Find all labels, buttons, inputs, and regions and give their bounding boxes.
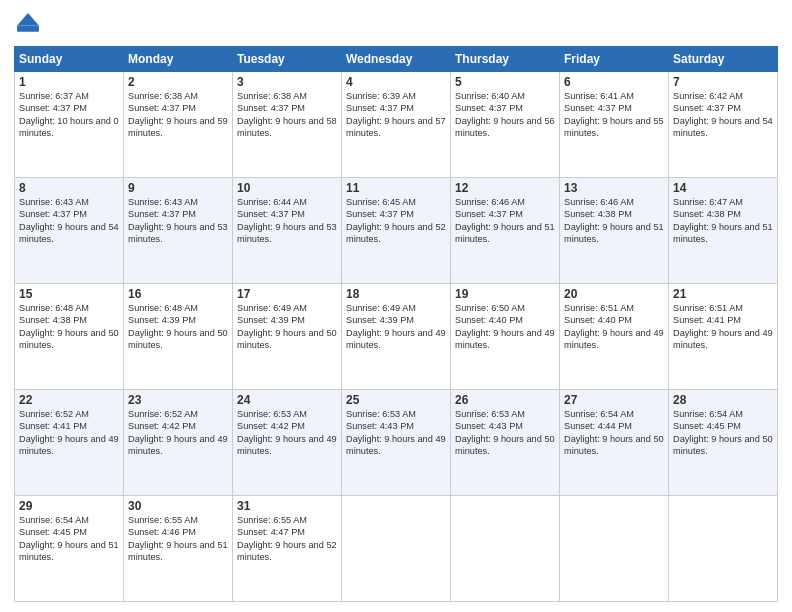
- empty-cell: [560, 496, 669, 602]
- day-info: Sunrise: 6:46 AMSunset: 4:37 PMDaylight:…: [455, 197, 555, 244]
- day-number: 25: [346, 393, 446, 407]
- week-row-1: 1 Sunrise: 6:37 AMSunset: 4:37 PMDayligh…: [15, 72, 778, 178]
- day-info: Sunrise: 6:43 AMSunset: 4:37 PMDaylight:…: [128, 197, 228, 244]
- day-number: 4: [346, 75, 446, 89]
- day-number: 12: [455, 181, 555, 195]
- day-number: 27: [564, 393, 664, 407]
- day-info: Sunrise: 6:42 AMSunset: 4:37 PMDaylight:…: [673, 91, 773, 138]
- day-cell-22: 22 Sunrise: 6:52 AMSunset: 4:41 PMDaylig…: [15, 390, 124, 496]
- week-row-5: 29 Sunrise: 6:54 AMSunset: 4:45 PMDaylig…: [15, 496, 778, 602]
- day-number: 29: [19, 499, 119, 513]
- logo-icon: [14, 10, 42, 38]
- day-number: 16: [128, 287, 228, 301]
- logo: [14, 10, 46, 38]
- day-number: 23: [128, 393, 228, 407]
- day-cell-13: 13 Sunrise: 6:46 AMSunset: 4:38 PMDaylig…: [560, 178, 669, 284]
- weekday-header-friday: Friday: [560, 47, 669, 72]
- day-cell-9: 9 Sunrise: 6:43 AMSunset: 4:37 PMDayligh…: [124, 178, 233, 284]
- day-info: Sunrise: 6:52 AMSunset: 4:41 PMDaylight:…: [19, 409, 119, 456]
- day-number: 18: [346, 287, 446, 301]
- day-cell-12: 12 Sunrise: 6:46 AMSunset: 4:37 PMDaylig…: [451, 178, 560, 284]
- day-info: Sunrise: 6:51 AMSunset: 4:41 PMDaylight:…: [673, 303, 773, 350]
- day-info: Sunrise: 6:38 AMSunset: 4:37 PMDaylight:…: [128, 91, 228, 138]
- day-number: 15: [19, 287, 119, 301]
- day-number: 7: [673, 75, 773, 89]
- day-info: Sunrise: 6:38 AMSunset: 4:37 PMDaylight:…: [237, 91, 337, 138]
- svg-marker-0: [17, 13, 39, 25]
- week-row-4: 22 Sunrise: 6:52 AMSunset: 4:41 PMDaylig…: [15, 390, 778, 496]
- day-info: Sunrise: 6:54 AMSunset: 4:45 PMDaylight:…: [673, 409, 773, 456]
- day-info: Sunrise: 6:40 AMSunset: 4:37 PMDaylight:…: [455, 91, 555, 138]
- empty-cell: [451, 496, 560, 602]
- day-info: Sunrise: 6:51 AMSunset: 4:40 PMDaylight:…: [564, 303, 664, 350]
- weekday-header-wednesday: Wednesday: [342, 47, 451, 72]
- day-number: 24: [237, 393, 337, 407]
- day-number: 26: [455, 393, 555, 407]
- day-info: Sunrise: 6:54 AMSunset: 4:44 PMDaylight:…: [564, 409, 664, 456]
- day-number: 30: [128, 499, 228, 513]
- day-cell-14: 14 Sunrise: 6:47 AMSunset: 4:38 PMDaylig…: [669, 178, 778, 284]
- day-cell-15: 15 Sunrise: 6:48 AMSunset: 4:38 PMDaylig…: [15, 284, 124, 390]
- day-number: 13: [564, 181, 664, 195]
- day-cell-31: 31 Sunrise: 6:55 AMSunset: 4:47 PMDaylig…: [233, 496, 342, 602]
- week-row-3: 15 Sunrise: 6:48 AMSunset: 4:38 PMDaylig…: [15, 284, 778, 390]
- day-number: 14: [673, 181, 773, 195]
- day-cell-29: 29 Sunrise: 6:54 AMSunset: 4:45 PMDaylig…: [15, 496, 124, 602]
- day-info: Sunrise: 6:39 AMSunset: 4:37 PMDaylight:…: [346, 91, 446, 138]
- day-info: Sunrise: 6:46 AMSunset: 4:38 PMDaylight:…: [564, 197, 664, 244]
- day-number: 1: [19, 75, 119, 89]
- day-cell-27: 27 Sunrise: 6:54 AMSunset: 4:44 PMDaylig…: [560, 390, 669, 496]
- day-cell-10: 10 Sunrise: 6:44 AMSunset: 4:37 PMDaylig…: [233, 178, 342, 284]
- weekday-header-saturday: Saturday: [669, 47, 778, 72]
- day-info: Sunrise: 6:53 AMSunset: 4:42 PMDaylight:…: [237, 409, 337, 456]
- day-cell-16: 16 Sunrise: 6:48 AMSunset: 4:39 PMDaylig…: [124, 284, 233, 390]
- day-cell-4: 4 Sunrise: 6:39 AMSunset: 4:37 PMDayligh…: [342, 72, 451, 178]
- day-info: Sunrise: 6:55 AMSunset: 4:47 PMDaylight:…: [237, 515, 337, 562]
- day-cell-24: 24 Sunrise: 6:53 AMSunset: 4:42 PMDaylig…: [233, 390, 342, 496]
- svg-rect-1: [17, 26, 39, 32]
- day-info: Sunrise: 6:53 AMSunset: 4:43 PMDaylight:…: [455, 409, 555, 456]
- day-cell-21: 21 Sunrise: 6:51 AMSunset: 4:41 PMDaylig…: [669, 284, 778, 390]
- day-cell-23: 23 Sunrise: 6:52 AMSunset: 4:42 PMDaylig…: [124, 390, 233, 496]
- day-number: 31: [237, 499, 337, 513]
- week-row-2: 8 Sunrise: 6:43 AMSunset: 4:37 PMDayligh…: [15, 178, 778, 284]
- day-cell-2: 2 Sunrise: 6:38 AMSunset: 4:37 PMDayligh…: [124, 72, 233, 178]
- day-cell-26: 26 Sunrise: 6:53 AMSunset: 4:43 PMDaylig…: [451, 390, 560, 496]
- day-number: 5: [455, 75, 555, 89]
- day-cell-25: 25 Sunrise: 6:53 AMSunset: 4:43 PMDaylig…: [342, 390, 451, 496]
- day-cell-6: 6 Sunrise: 6:41 AMSunset: 4:37 PMDayligh…: [560, 72, 669, 178]
- day-cell-1: 1 Sunrise: 6:37 AMSunset: 4:37 PMDayligh…: [15, 72, 124, 178]
- day-cell-17: 17 Sunrise: 6:49 AMSunset: 4:39 PMDaylig…: [233, 284, 342, 390]
- weekday-header-monday: Monday: [124, 47, 233, 72]
- day-cell-19: 19 Sunrise: 6:50 AMSunset: 4:40 PMDaylig…: [451, 284, 560, 390]
- calendar-page: SundayMondayTuesdayWednesdayThursdayFrid…: [0, 0, 792, 612]
- day-cell-28: 28 Sunrise: 6:54 AMSunset: 4:45 PMDaylig…: [669, 390, 778, 496]
- day-number: 9: [128, 181, 228, 195]
- weekday-header-row: SundayMondayTuesdayWednesdayThursdayFrid…: [15, 47, 778, 72]
- day-info: Sunrise: 6:55 AMSunset: 4:46 PMDaylight:…: [128, 515, 228, 562]
- header: [14, 10, 778, 38]
- day-number: 28: [673, 393, 773, 407]
- day-cell-8: 8 Sunrise: 6:43 AMSunset: 4:37 PMDayligh…: [15, 178, 124, 284]
- day-info: Sunrise: 6:50 AMSunset: 4:40 PMDaylight:…: [455, 303, 555, 350]
- day-number: 10: [237, 181, 337, 195]
- day-number: 6: [564, 75, 664, 89]
- day-info: Sunrise: 6:47 AMSunset: 4:38 PMDaylight:…: [673, 197, 773, 244]
- day-info: Sunrise: 6:49 AMSunset: 4:39 PMDaylight:…: [237, 303, 337, 350]
- day-info: Sunrise: 6:44 AMSunset: 4:37 PMDaylight:…: [237, 197, 337, 244]
- day-info: Sunrise: 6:54 AMSunset: 4:45 PMDaylight:…: [19, 515, 119, 562]
- day-info: Sunrise: 6:52 AMSunset: 4:42 PMDaylight:…: [128, 409, 228, 456]
- empty-cell: [342, 496, 451, 602]
- day-info: Sunrise: 6:41 AMSunset: 4:37 PMDaylight:…: [564, 91, 664, 138]
- weekday-header-thursday: Thursday: [451, 47, 560, 72]
- day-cell-5: 5 Sunrise: 6:40 AMSunset: 4:37 PMDayligh…: [451, 72, 560, 178]
- day-cell-30: 30 Sunrise: 6:55 AMSunset: 4:46 PMDaylig…: [124, 496, 233, 602]
- day-info: Sunrise: 6:53 AMSunset: 4:43 PMDaylight:…: [346, 409, 446, 456]
- weekday-header-tuesday: Tuesday: [233, 47, 342, 72]
- day-cell-20: 20 Sunrise: 6:51 AMSunset: 4:40 PMDaylig…: [560, 284, 669, 390]
- day-cell-11: 11 Sunrise: 6:45 AMSunset: 4:37 PMDaylig…: [342, 178, 451, 284]
- calendar-table: SundayMondayTuesdayWednesdayThursdayFrid…: [14, 46, 778, 602]
- day-info: Sunrise: 6:48 AMSunset: 4:39 PMDaylight:…: [128, 303, 228, 350]
- day-number: 17: [237, 287, 337, 301]
- day-info: Sunrise: 6:48 AMSunset: 4:38 PMDaylight:…: [19, 303, 119, 350]
